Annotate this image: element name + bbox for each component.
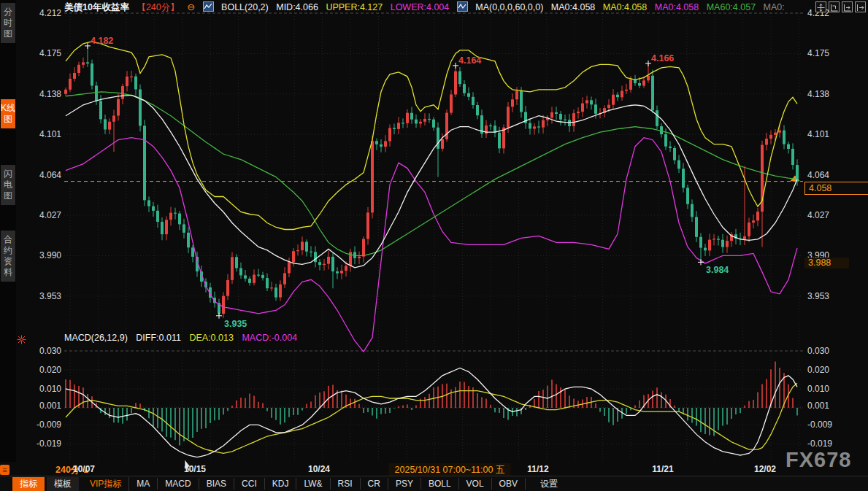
ma0-magenta-value: MA0:4.058 xyxy=(655,2,699,12)
macd-axis-label-left: 0.010 xyxy=(18,384,61,394)
price-axis-label-left: 4.138 xyxy=(18,89,61,99)
axis-pane-left-icon[interactable] xyxy=(829,1,840,12)
price-axis-label-right: 4.027 xyxy=(807,210,829,220)
toolbar-button-VOL[interactable]: VOL xyxy=(459,478,492,490)
price-axis-label-right: 4.064 xyxy=(807,170,829,180)
macd-diff-value: DIFF:0.011 xyxy=(136,333,181,343)
svg-text:3.935: 3.935 xyxy=(224,319,247,329)
boll-label: BOLL(20,2) xyxy=(221,2,269,12)
toolbar-button-CR[interactable]: CR xyxy=(361,478,388,490)
date-tick-label: 10/24 xyxy=(308,464,330,474)
boll-lower-value: LOWER:4.004 xyxy=(391,2,450,12)
ma0-white-value: MA0:4.058 xyxy=(551,2,595,12)
boll-mid-value: MID:4.066 xyxy=(276,2,318,12)
macd-axis-label-left: 0.030 xyxy=(18,346,61,356)
svg-text:4.166: 4.166 xyxy=(651,53,674,63)
macd-dea-value: DEA:0.013 xyxy=(189,333,233,343)
toolbar-button-模板[interactable]: 模板 xyxy=(47,477,79,491)
sidebar-item-kline-chart[interactable]: K线图 xyxy=(1,99,15,128)
corner-menu-icon[interactable]: ≡ xyxy=(0,465,9,475)
instrument-title: 美债10年收益率 xyxy=(64,2,129,12)
macd-histogram xyxy=(66,361,797,445)
macd-axis-label-right: 0.010 xyxy=(807,384,829,394)
price-axis-label-left: 4.212 xyxy=(18,8,61,18)
macd-axis-label-right: 0.030 xyxy=(807,346,829,356)
svg-text:4.164: 4.164 xyxy=(458,55,481,66)
toolbar-button-LW&[interactable]: LW& xyxy=(296,478,330,490)
secondary-price-badge: 3.988 xyxy=(804,258,849,268)
price-axis-label-right: 4.101 xyxy=(807,129,829,139)
toolbar-button-BIAS[interactable]: BIAS xyxy=(199,478,234,490)
price-axis-label-left: 4.064 xyxy=(18,170,61,180)
price-axis-label-left: 4.027 xyxy=(18,210,61,220)
watermark: FX678 xyxy=(786,448,851,472)
candlestick-series xyxy=(64,46,799,318)
toolbar-button-BOLL[interactable]: BOLL xyxy=(421,478,459,490)
price-axis-label-right: 4.175 xyxy=(807,48,829,58)
macd-axis-label-left: 0.001 xyxy=(18,401,61,411)
ma60-line xyxy=(66,92,797,256)
toolbar-button-指标[interactable]: 指标 xyxy=(12,477,45,491)
sidebar-item-contract-info[interactable]: 合约资料 xyxy=(1,231,15,282)
collapse-icon[interactable]: ⊖ xyxy=(187,1,195,12)
ma0-yellow-value: MA0:4.058 xyxy=(603,2,647,12)
date-tick-label: 12/02 xyxy=(754,464,776,474)
svg-text:4.182: 4.182 xyxy=(91,36,113,46)
date-tick-label: 10/15 xyxy=(184,464,206,474)
sidebar-item-timeline-chart[interactable]: 分时图 xyxy=(1,3,15,43)
toolbar-button-PSY[interactable]: PSY xyxy=(388,478,421,490)
price-axis-label-left: 3.953 xyxy=(18,291,61,301)
price-axis-label-right: 3.953 xyxy=(807,291,829,301)
toolbar-button-设置[interactable]: 设置 xyxy=(533,477,565,491)
indicator-toolbar: 指标模板VIP指标MAMACDBIASCCIKDJLW&RSICRPSYBOLL… xyxy=(0,476,868,491)
app-window: 4.1824.1644.1663.9353.984 分时图 K线图 闪电图 合约… xyxy=(0,0,868,491)
macd-value: MACD:-0.004 xyxy=(242,333,297,343)
price-axis-label-left: 3.990 xyxy=(18,250,61,260)
x-axis-strip: ≡ 240分 ▲ 10/0710/1510/2411/1211/2112/02 … xyxy=(0,462,868,476)
toolbar-button-VIP指标[interactable]: VIP指标 xyxy=(82,477,129,491)
toolbar-button-MACD[interactable]: MACD xyxy=(158,478,199,490)
macd-axis-label-right: -0.009 xyxy=(807,420,832,430)
toolbar-button-OBV[interactable]: OBV xyxy=(492,478,526,490)
ma-indicator-icon[interactable] xyxy=(457,1,468,12)
ma60-value: MA60:4.057 xyxy=(707,2,756,12)
macd-axis-label-left: -0.009 xyxy=(18,420,61,430)
chart-canvas: 4.1824.1644.1663.9353.984 xyxy=(0,0,868,491)
date-tick-label: 10/07 xyxy=(73,464,95,474)
ma0-empty-value: MA0: xyxy=(764,2,785,12)
indicator-anchor-icon[interactable] xyxy=(17,334,26,347)
boll-upper-value: UPPER:4.127 xyxy=(326,2,383,12)
toolbar-button-KDJ[interactable]: KDJ xyxy=(265,478,297,490)
boll-lower-line xyxy=(66,138,797,352)
price-axis-label-left: 4.175 xyxy=(18,48,61,58)
chart-header: 美债10年收益率 【240分】 ⊖ BOLL(20,2) MID:4.066 U… xyxy=(64,1,790,14)
period-tag: 【240分】 xyxy=(137,2,179,12)
last-price-badge: 4.058 xyxy=(804,182,868,195)
toolbar-button-RSI[interactable]: RSI xyxy=(331,478,361,490)
macd-header: MACD(26,12,9) DIFF:0.011 DEA:0.013 MACD:… xyxy=(64,333,303,343)
left-sidebar: 分时图 K线图 闪电图 合约资料 xyxy=(0,0,16,462)
date-tick-label: 11/12 xyxy=(527,464,548,474)
macd-axis-label-left: -0.019 xyxy=(18,438,61,449)
chart-window-controls xyxy=(815,1,866,12)
boll-mid-line xyxy=(66,95,797,268)
macd-axis-label-right: 0.020 xyxy=(807,365,829,375)
toolbar-button-MA[interactable]: MA xyxy=(129,478,158,490)
boll-indicator-icon[interactable] xyxy=(203,1,214,12)
pan-move-icon[interactable] xyxy=(815,1,826,12)
axis-pane-right-icon[interactable] xyxy=(842,1,853,12)
toolbar-button-CCI[interactable]: CCI xyxy=(234,478,265,490)
macd-axis-label-left: 0.020 xyxy=(18,365,61,375)
sidebar-item-lightning-chart[interactable]: 闪电图 xyxy=(1,165,15,205)
date-tick-label: 11/21 xyxy=(652,464,673,474)
price-axis-label-right: 4.138 xyxy=(807,89,829,99)
svg-text:3.984: 3.984 xyxy=(706,265,729,275)
price-axis-label-left: 4.101 xyxy=(18,129,61,139)
macd-label: MACD(26,12,9) xyxy=(64,333,128,343)
ma-label: MA(0,0,0,60,0,0) xyxy=(475,2,543,12)
macd-axis-label-right: 0.001 xyxy=(807,401,829,411)
exit-pane-icon[interactable] xyxy=(855,1,866,12)
